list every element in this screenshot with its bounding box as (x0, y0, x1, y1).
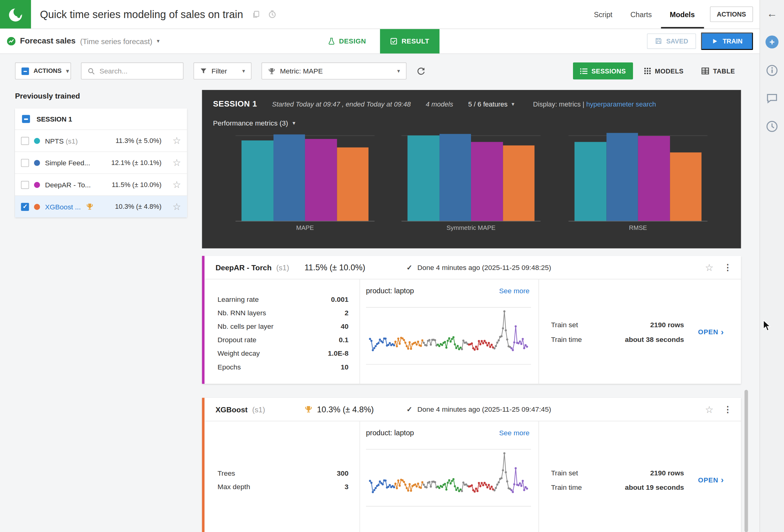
nav-models[interactable]: Models (661, 0, 704, 28)
bar-simple-feed-forward (439, 134, 471, 221)
list-item-xgboost[interactable]: XGBoost ... 10.3% (± 4.8%) ☆ (15, 195, 187, 217)
kebab-menu-icon[interactable]: ⋮ (723, 262, 732, 272)
model-score: 12.1% (± 10.1%) (111, 159, 161, 166)
train-button[interactable]: TRAIN (701, 32, 753, 50)
model-color-dot (34, 160, 40, 166)
preview-header: product: laptop See more (366, 287, 530, 295)
model-name: XGBoost ... (45, 203, 81, 211)
recipe-selector[interactable]: Forecast sales (Time series forecast) ▾ (0, 36, 160, 45)
see-more-link[interactable]: See more (499, 287, 530, 295)
timer-icon[interactable] (268, 10, 277, 19)
saved-button[interactable]: SAVED (647, 33, 696, 49)
chevron-right-icon: › (721, 327, 724, 336)
view-sessions-button[interactable]: SESSIONS (573, 62, 633, 80)
design-flask-icon (328, 37, 335, 45)
timeseries-sparkline (366, 441, 531, 516)
view-models-button[interactable]: MODELS (637, 62, 691, 80)
trophy-icon (304, 405, 312, 413)
kebab-menu-icon[interactable]: ⋮ (723, 404, 732, 414)
main-content: ACTIONS ▾ Search... Filter ▾ (0, 54, 760, 532)
model-title-text: XGBoost (216, 405, 248, 414)
preview-header: product: laptop See more (366, 429, 530, 437)
model-card-body: Learning rate0.001 Nb. RNN layers2 Nb. c… (204, 279, 741, 384)
forecast-preview: product: laptop See more (360, 421, 539, 532)
preview-series-label: product: laptop (366, 429, 414, 437)
nav-charts[interactable]: Charts (621, 0, 661, 28)
list-item-simple-feed-forward[interactable]: Simple Feed... 12.1% (± 10.1%) ☆ (15, 151, 187, 174)
features-dropdown[interactable]: 5 / 6 features ▾ (468, 100, 514, 108)
star-icon[interactable]: ☆ (705, 405, 713, 414)
session-time-range: Started Today at 09:47 , ended Today at … (272, 100, 411, 108)
model-status-text: Done 4 minutes ago (2025-11-25 09:48:25) (417, 263, 551, 271)
trained-models-list: SESSION 1 NPTS(s1) 11.3% (± 5.0%) ☆ Simp… (15, 108, 187, 217)
search-placeholder: Search... (100, 67, 128, 75)
metric-dropdown[interactable]: Metric: MAPE ▾ (261, 62, 407, 80)
star-icon[interactable]: ☆ (172, 158, 181, 168)
hyperparameter-search-link[interactable]: hyperparameter search (586, 100, 656, 108)
preview-series-label: product: laptop (366, 287, 414, 295)
model-session-suffix: (s1) (276, 263, 289, 272)
bar-xgboost (670, 152, 702, 221)
app-logo[interactable] (0, 0, 31, 28)
param-row: Nb. cells per layer40 (218, 319, 348, 333)
nav-script[interactable]: Script (585, 0, 621, 28)
chevron-down-icon: ▾ (66, 68, 69, 74)
model-score-text: 11.5% (± 10.0%) (304, 263, 365, 272)
search-input[interactable]: Search... (81, 62, 184, 80)
train-time-row: Train timeabout 19 seconds (551, 483, 684, 491)
duplicate-icon[interactable] (252, 10, 260, 18)
open-model-link[interactable]: OPEN › (698, 327, 724, 336)
recipe-name: Forecast sales (20, 36, 76, 45)
star-icon[interactable]: ☆ (172, 136, 181, 145)
chevron-down-icon: ▾ (397, 68, 400, 74)
actions-dropdown-label: ACTIONS (33, 67, 61, 75)
list-item-npts[interactable]: NPTS(s1) 11.3% (± 5.0%) ☆ (15, 129, 187, 151)
actions-dropdown[interactable]: ACTIONS ▾ (15, 62, 71, 80)
top-actions-button[interactable]: ACTIONS (710, 6, 753, 22)
row-checkbox[interactable] (21, 158, 29, 167)
info-icon[interactable] (766, 65, 778, 77)
tab-design[interactable]: DESIGN (320, 28, 374, 54)
star-icon[interactable]: ☆ (172, 180, 181, 189)
collapse-panel-icon[interactable]: ← (767, 8, 777, 18)
history-icon[interactable] (766, 120, 778, 132)
view-switcher: SESSIONS MODELS (573, 62, 742, 80)
comments-icon[interactable] (766, 92, 778, 105)
tab-result-label: RESULT (401, 37, 429, 45)
param-row: Max depth3 (218, 480, 348, 493)
filter-dropdown[interactable]: Filter ▾ (194, 62, 251, 80)
trophy-icon (86, 203, 93, 210)
play-icon (712, 38, 718, 44)
nav-script-label: Script (594, 10, 613, 18)
bars-group (408, 132, 535, 221)
metric-label: Metric: MAPE (280, 67, 323, 75)
star-icon[interactable]: ☆ (172, 202, 181, 211)
param-row: Epochs10 (218, 360, 348, 374)
bars-group (242, 132, 369, 221)
models-grid-icon (644, 67, 651, 75)
bar-npts (408, 135, 440, 221)
refresh-icon[interactable] (417, 66, 425, 75)
chart-axis-label: RMSE (575, 225, 702, 231)
tab-result[interactable]: RESULT (380, 28, 439, 54)
row-checkbox[interactable] (21, 137, 29, 145)
row-checkbox[interactable] (21, 203, 29, 211)
performance-metrics-toggle[interactable]: Performance metrics (3) ▾ (202, 108, 307, 127)
model-card-body: Trees300 Max depth3 product: laptop See … (204, 421, 741, 532)
session-checkbox[interactable] (22, 115, 30, 123)
chevron-down-icon: ▾ (511, 101, 514, 107)
metrics-bar-charts: MAPE Symmetric MAPE RMSE (202, 132, 741, 248)
open-model-link[interactable]: OPEN › (698, 475, 724, 484)
add-icon[interactable]: + (766, 35, 779, 48)
model-card-deepar-torch: DeepAR - Torch (s1) 11.5% (± 10.0%) ✓ Do… (202, 256, 741, 384)
vertical-scrollbar[interactable] (745, 390, 748, 532)
training-info: Train set2190 rows Train timeabout 38 se… (551, 321, 684, 343)
model-card-xgboost: XGBoost (s1) 10.3% (± 4.8%) ✓ Done 4 min… (202, 398, 741, 532)
see-more-link[interactable]: See more (499, 429, 530, 437)
tab-design-label: DESIGN (339, 37, 366, 45)
view-table-button[interactable]: TABLE (695, 62, 742, 80)
star-icon[interactable]: ☆ (705, 263, 713, 272)
table-icon (702, 67, 709, 75)
row-checkbox[interactable] (21, 181, 29, 188)
list-item-deepar-torch[interactable]: DeepAR - To... 11.5% (± 10.0%) ☆ (15, 174, 187, 196)
